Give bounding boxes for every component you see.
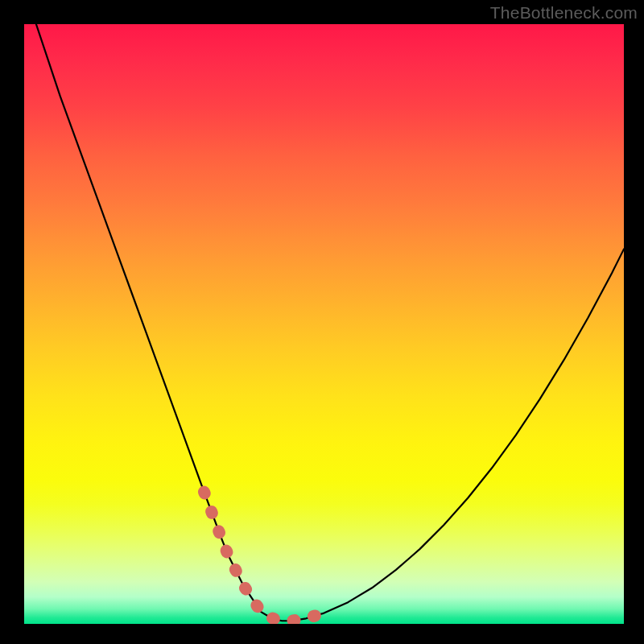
- highlight-line: [204, 492, 324, 621]
- plot-area: [24, 24, 624, 624]
- highlight-segment: [204, 492, 324, 621]
- curve-line: [36, 24, 624, 621]
- bottleneck-curve: [36, 24, 624, 621]
- curve-svg: [24, 24, 624, 624]
- watermark-text: TheBottleneck.com: [490, 3, 638, 23]
- chart-frame: TheBottleneck.com: [0, 0, 644, 644]
